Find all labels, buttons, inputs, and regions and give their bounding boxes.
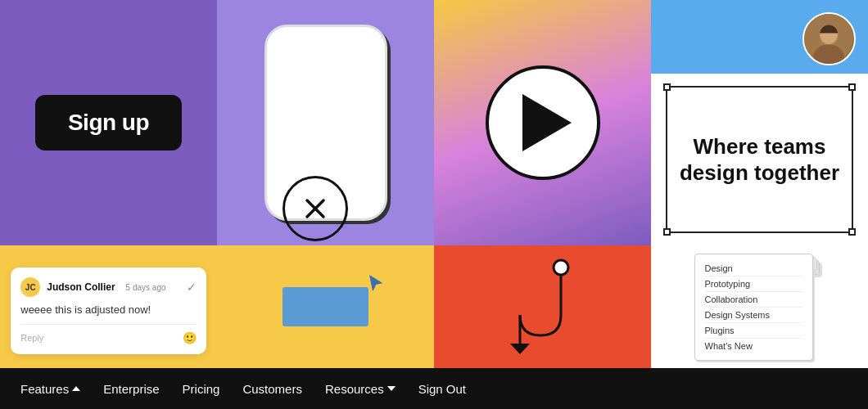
stacked-cards: Design Prototyping Collaboration Design …	[694, 254, 825, 360]
comment-header: JC Judson Collier 5 days ago ✓	[20, 277, 197, 297]
corner-bl	[663, 228, 671, 236]
comment-reply-label[interactable]: Reply	[20, 333, 43, 343]
comment-bubble: JC Judson Collier 5 days ago ✓ weeee thi…	[11, 267, 206, 354]
nav-bar: Features Enterprise Pricing Customers Re…	[0, 368, 868, 409]
emoji-icon: 🙂	[183, 331, 197, 344]
comment-time: 5 days ago	[126, 283, 166, 292]
hook-svg	[502, 258, 584, 356]
main-page: Sign up	[0, 0, 868, 409]
card-item-design-systems: Design Systems	[705, 308, 802, 323]
signup-cell: Sign up	[0, 0, 217, 245]
nav-item-customers[interactable]: Customers	[242, 382, 302, 396]
nav-item-enterprise[interactable]: Enterprise	[103, 382, 159, 396]
corner-tl	[663, 83, 671, 91]
avatar-tagline-cell: Where teams design together	[651, 0, 868, 245]
nav-item-pricing[interactable]: Pricing	[183, 382, 220, 396]
play-cell	[434, 0, 651, 245]
features-arrow-up-icon	[72, 386, 80, 391]
nav-customers-label: Customers	[242, 382, 302, 396]
rect-cursor-wrap	[217, 245, 434, 368]
corner-br	[848, 228, 856, 236]
nav-signout-label: Sign Out	[418, 382, 466, 396]
comment-username: Judson Collier	[47, 281, 115, 293]
signup-button[interactable]: Sign up	[35, 95, 182, 151]
cross-circle	[283, 176, 348, 241]
card-item-plugins: Plugins	[705, 323, 802, 339]
avatar	[802, 12, 856, 65]
avatar-section	[651, 0, 868, 74]
comment-divider	[20, 324, 197, 325]
card-item-whats-new: What's New	[705, 339, 802, 353]
tagline-box: Where teams design together	[666, 86, 853, 233]
tagline-section: Where teams design together	[651, 74, 868, 245]
comment-user-info: JC Judson Collier 5 days ago	[20, 277, 165, 297]
svg-point-5	[554, 260, 568, 275]
cursor-icon	[367, 274, 385, 295]
rect-cursor-cell	[217, 245, 434, 368]
card-item-prototyping: Prototyping	[705, 276, 802, 292]
hook-cell	[434, 245, 651, 368]
nav-item-features[interactable]: Features	[20, 382, 80, 396]
card-item-collaboration: Collaboration	[705, 292, 802, 308]
cross-overlay	[283, 176, 348, 241]
cursor-svg	[367, 274, 385, 292]
comment-cell: JC Judson Collier 5 days ago ✓ weeee thi…	[0, 245, 217, 368]
check-icon: ✓	[187, 281, 197, 294]
comment-avatar: JC	[20, 277, 40, 297]
card-front: Design Prototyping Collaboration Design …	[694, 254, 813, 361]
comment-text: weeee this is adjusted now!	[20, 303, 197, 316]
nav-enterprise-label: Enterprise	[103, 382, 159, 396]
play-icon	[522, 94, 572, 151]
nav-item-signout[interactable]: Sign Out	[418, 382, 466, 396]
nav-item-resources[interactable]: Resources	[325, 382, 396, 396]
tagline-text: Where teams design together	[667, 133, 852, 187]
play-button[interactable]	[486, 65, 600, 180]
cards-cell: Design Prototyping Collaboration Design …	[651, 245, 868, 368]
x-icon	[301, 194, 330, 223]
resources-arrow-down-icon	[387, 386, 396, 391]
card-item-design: Design	[705, 261, 802, 276]
blue-rectangle	[283, 287, 368, 326]
nav-features-label: Features	[20, 382, 69, 396]
nav-pricing-label: Pricing	[183, 382, 220, 396]
nav-resources-label: Resources	[325, 382, 384, 396]
avatar-svg	[804, 12, 854, 65]
svg-marker-8	[510, 344, 530, 354]
corner-tr	[848, 83, 856, 91]
